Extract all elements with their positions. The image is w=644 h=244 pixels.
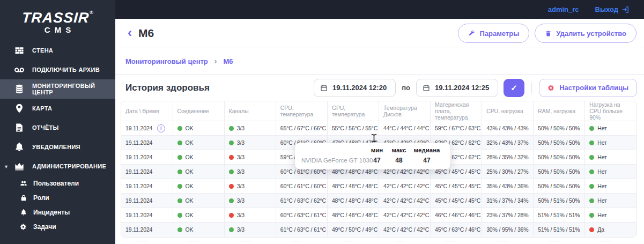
status-dot-green: [177, 155, 182, 160]
cell-connection: OK: [173, 150, 224, 165]
users-icon: [20, 180, 27, 187]
sidebar-item-map[interactable]: КАРТА: [0, 99, 115, 118]
next-table-edge: [137, 241, 635, 241]
status-dot-green: [229, 227, 234, 232]
table-row[interactable]: 19.11.2024OK3/361°C / 63°C / 61°C49°C / …: [121, 223, 636, 237]
column-header: Нагрузка на CPU больше 90%: [585, 101, 636, 121]
page-title: М6: [138, 27, 154, 40]
cell-ram-load: 50% / 50% / 50%: [534, 136, 585, 150]
status-dot-green: [589, 126, 594, 131]
sidebar-item-monitoring-center[interactable]: МОНИТОРИНГОВЫЙ ЦЕНТР: [0, 79, 115, 99]
sidebar-item-reports[interactable]: ОТЧЁТЫ: [0, 118, 115, 137]
sidebar-subitem-label: Роли: [33, 194, 49, 202]
table-row[interactable]: 19.11.2024iOK3/365°C / 67°C / 66°C55°C /…: [121, 121, 636, 136]
main-content: ‹ М6 Параметры Удалить устройство Монито…: [115, 19, 644, 244]
cell-date: 19.11.2024: [121, 208, 173, 223]
status-dot-green: [589, 155, 594, 160]
status-dot-red: [229, 213, 234, 218]
logo-title: TRASSIR®: [0, 10, 116, 26]
cell-cpu-load: 43% / 43% / 43%: [482, 121, 534, 136]
cell-ram-load: 50% / 50% / 50%: [534, 165, 585, 179]
sidebar-item-wall[interactable]: СТЕНА: [0, 41, 115, 60]
column-header: CPU, нагрузка: [482, 101, 534, 121]
sidebar-item-label: КАРТА: [32, 105, 52, 112]
column-header: CPU, температура: [276, 101, 327, 121]
cell-cpu-temp: 60°C / 63°C / 61°C: [276, 208, 327, 223]
cell-date: 19.11.2024: [121, 136, 173, 150]
sidebar-item-label: УВЕДОМЛЕНИЯ: [32, 144, 80, 150]
cell-connection: OK: [173, 208, 224, 223]
date-to-input[interactable]: 19.11.2024 12:25: [416, 79, 498, 97]
table-row[interactable]: 19.11.2024OK3/360°C / 63°C / 61°C48°C / …: [121, 208, 636, 223]
sidebar-subitem-users[interactable]: Пользователи: [0, 176, 115, 190]
parameters-button[interactable]: Параметры: [458, 24, 529, 43]
crown-icon: [14, 161, 25, 172]
report-icon: [14, 122, 25, 133]
sidebar-item-label: АДМИНИСТРИРОВАНИЕ: [32, 163, 106, 169]
status-dot-green: [177, 126, 182, 131]
table-row[interactable]: 19.11.2024OK3/361°C / 63°C / 62°C48°C / …: [121, 194, 636, 208]
breadcrumb-monitoring-center[interactable]: Мониторинговый центр: [125, 57, 208, 65]
date-from-input[interactable]: 19.11.2024 12:20: [314, 79, 396, 97]
cell-ram-load: 51% / 51% / 51%: [534, 223, 585, 237]
cell-channels: 3/3: [224, 194, 276, 208]
wrench-icon: [468, 30, 475, 37]
cell-motherboard-temp: 45°C / 63°C / 46°C: [431, 223, 482, 237]
cell-channels: 3/3: [224, 121, 276, 136]
wall-icon: [14, 45, 25, 56]
cell-disk-temp: 42°C / 42°C / 42°C: [379, 194, 430, 208]
calendar-icon: [320, 84, 328, 92]
status-dot-green: [177, 198, 182, 203]
column-header: Температура Дисков: [379, 101, 430, 121]
column-header: RAM, нагрузка: [534, 101, 585, 121]
gear-icon: [20, 223, 27, 231]
exit-icon: [621, 6, 629, 13]
section-title: История здоровья: [125, 83, 210, 93]
sidebar-subitem-roles[interactable]: Роли: [0, 190, 115, 205]
status-dot-green: [177, 141, 182, 145]
sidebar-item-notifications[interactable]: УВЕДОМЛЕНИЯ: [0, 137, 115, 157]
cell-date: 19.11.2024i: [121, 121, 173, 136]
status-dot-red: [229, 184, 234, 189]
page-header: ‹ М6 Параметры Удалить устройство: [115, 19, 644, 48]
table-settings-button[interactable]: Настройки таблицы: [539, 79, 637, 97]
health-history-section: История здоровья 19.11.2024 12:20 по 19.…: [115, 75, 644, 101]
app-logo: TRASSIR® CMS: [0, 0, 115, 34]
cell-date: 19.11.2024: [121, 150, 173, 165]
topbar: admin_rc Выход: [115, 0, 644, 19]
sidebar-item-administration[interactable]: ▾АДМИНИСТРИРОВАНИЕ: [0, 157, 115, 176]
apply-dates-button[interactable]: ✓: [504, 79, 524, 97]
calendar-icon: [423, 84, 430, 92]
sidebar-item-connect-archive[interactable]: ПОДКЛЮЧИТЬ АРХИВ: [0, 60, 115, 79]
cell-motherboard-temp: 45°C / 45°C / 45°C: [431, 179, 482, 194]
status-dot-green: [177, 169, 182, 174]
voicemail-icon: [14, 64, 25, 75]
sidebar-item-label: ОТЧЁТЫ: [32, 124, 59, 131]
column-header: GPU, температура: [327, 101, 379, 121]
cell-date: 19.11.2024: [121, 223, 173, 237]
delete-device-button[interactable]: Удалить устройство: [535, 24, 636, 43]
back-button[interactable]: ‹: [128, 26, 132, 39]
cell-date: 19.11.2024: [121, 165, 173, 179]
cell-ram-load: 50% / 50% / 50%: [534, 121, 585, 136]
chevron-down-icon[interactable]: ▾: [5, 164, 8, 169]
to-label: по: [402, 84, 410, 92]
column-header: Соединение: [173, 101, 224, 121]
logout-link[interactable]: Выход: [595, 5, 629, 13]
status-dot-red: [589, 227, 594, 232]
username[interactable]: admin_rc: [548, 5, 579, 13]
info-icon[interactable]: i: [157, 124, 165, 132]
cell-cpu-load: 25% / 30% / 27%: [482, 165, 534, 179]
bell-icon: [20, 209, 27, 216]
cell-cpu-overload: Нет: [585, 194, 636, 208]
status-dot-green: [229, 169, 234, 174]
table-row[interactable]: 19.11.2024OK3/360°C / 61°C / 60°C48°C / …: [121, 179, 636, 194]
gear-icon: [547, 84, 555, 92]
cell-cpu-temp: 61°C / 63°C / 62°C: [276, 194, 327, 208]
sidebar-subitem-incidents[interactable]: Инциденты: [0, 205, 115, 219]
cell-ram-load: 51% / 51% / 51%: [534, 208, 585, 223]
sidebar-subitem-tasks[interactable]: Задачи: [0, 219, 115, 234]
breadcrumb-current[interactable]: М6: [223, 57, 233, 65]
sidebar-item-label: СТЕНА: [32, 47, 53, 54]
cell-channels: 3/3: [224, 136, 276, 150]
